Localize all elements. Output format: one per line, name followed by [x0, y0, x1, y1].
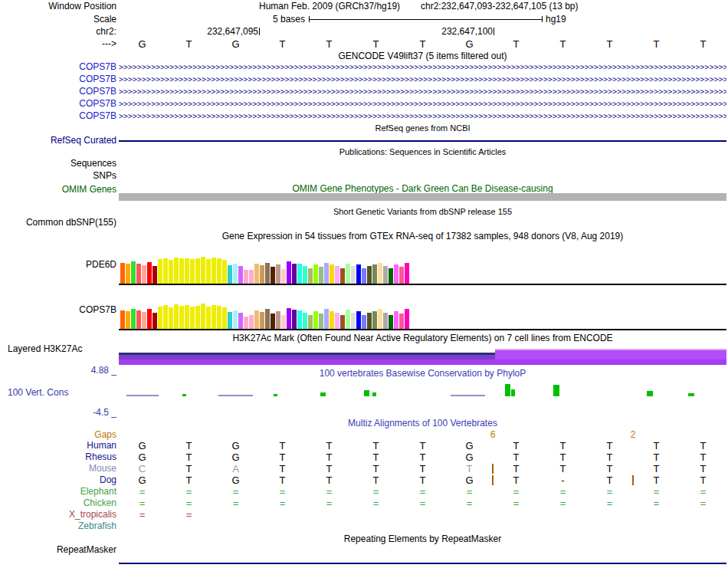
ruler-base[interactable]: T [493, 38, 539, 50]
gencode-transcript-1[interactable]: >>>>>>>>>>>>>>>>>>>>>>>>>>>>>>>>>>>>>>>>… [119, 63, 726, 72]
align-base[interactable]: = [539, 486, 586, 497]
gtex-bar[interactable] [319, 314, 323, 329]
conservation-mark[interactable] [647, 391, 653, 396]
gtex-bar[interactable] [399, 314, 404, 329]
align-base[interactable]: = [259, 486, 306, 497]
align-base[interactable]: T [539, 451, 586, 463]
gtex-bar[interactable] [303, 313, 307, 329]
ruler-base[interactable]: T [633, 38, 680, 50]
align-base[interactable]: G [119, 474, 166, 486]
align-base[interactable]: T [306, 451, 353, 463]
species-label-chicken[interactable]: Chicken [0, 497, 116, 508]
ruler-base[interactable]: T [353, 38, 399, 50]
align-base[interactable]: T [166, 440, 212, 451]
gene-label-cops7b[interactable]: COPS7B [0, 61, 116, 72]
gtex-gene-model-line-cops7b[interactable] [119, 329, 726, 330]
align-base[interactable]: T [586, 474, 633, 486]
gtex-bar[interactable] [163, 258, 168, 284]
gene-label-cops7b[interactable]: COPS7B [0, 74, 116, 84]
align-base[interactable]: T [166, 451, 212, 463]
align-base[interactable]: T [493, 463, 539, 474]
gtex-bar[interactable] [405, 309, 409, 329]
gtex-bar[interactable] [308, 268, 313, 284]
gtex-bar[interactable] [287, 261, 291, 284]
gtex-bar[interactable] [313, 311, 318, 329]
align-base[interactable]: = [166, 497, 212, 509]
gtex-bar[interactable] [201, 257, 205, 284]
gtex-bar[interactable] [136, 310, 141, 329]
gtex-gene-model-line-pde6d[interactable] [119, 284, 726, 285]
align-base[interactable]: C [119, 463, 166, 474]
ruler-base[interactable]: T [306, 38, 353, 50]
gtex-bar[interactable] [152, 313, 157, 329]
species-label-rhesus[interactable]: Rhesus [0, 451, 116, 462]
gtex-bar[interactable] [222, 307, 227, 329]
align-base[interactable]: T [633, 451, 680, 463]
repeatmasker-track-line[interactable] [119, 563, 726, 564]
gtex-bar[interactable] [389, 315, 393, 329]
ucsc-genome-browser-image[interactable]: Window Position Human Feb. 2009 (GRCh37/… [0, 0, 728, 568]
align-base[interactable]: T [259, 474, 306, 486]
align-base[interactable]: T [680, 440, 726, 451]
track-label-sequences[interactable]: Sequences [0, 158, 116, 169]
align-base[interactable]: = [446, 486, 493, 497]
gtex-bar[interactable] [212, 258, 216, 284]
align-base[interactable]: = [212, 486, 259, 497]
align-base[interactable]: = [353, 486, 399, 497]
gtex-bar[interactable] [313, 264, 318, 284]
gtex-bar[interactable] [163, 305, 168, 329]
gtex-bar[interactable] [195, 306, 200, 329]
conservation-mark[interactable] [364, 390, 369, 396]
gtex-bar[interactable] [319, 267, 323, 284]
align-base[interactable]: T [399, 463, 446, 474]
track-label-100-vert-cons[interactable]: 100 Vert. Cons [8, 387, 68, 398]
conservation-mark[interactable] [553, 385, 559, 396]
conservation-mark[interactable] [126, 395, 159, 396]
track-label-layered-h3k27ac[interactable]: Layered H3K27Ac [8, 343, 82, 354]
align-base[interactable]: = [353, 497, 399, 509]
gtex-bar[interactable] [206, 307, 211, 329]
gtex-bar[interactable] [378, 263, 382, 284]
gencode-transcript-3[interactable]: >>>>>>>>>>>>>>>>>>>>>>>>>>>>>>>>>>>>>>>>… [119, 87, 726, 97]
align-base[interactable]: T [680, 474, 726, 486]
gtex-bar[interactable] [222, 260, 227, 284]
align-base[interactable]: T [399, 474, 446, 486]
gene-label-cops7b[interactable]: COPS7B [0, 86, 116, 97]
ruler-base[interactable]: T [166, 38, 212, 50]
align-base[interactable]: = [306, 497, 353, 509]
gtex-bar[interactable] [249, 315, 254, 329]
gtex-bar[interactable] [356, 264, 361, 284]
align-base[interactable]: = [306, 486, 353, 497]
track-label-cops7b-gtex[interactable]: COPS7B [0, 304, 116, 315]
align-base[interactable]: T [166, 463, 212, 474]
align-base[interactable]: T [680, 451, 726, 463]
gtex-bar[interactable] [367, 313, 372, 329]
align-base[interactable]: G [446, 440, 493, 451]
gtex-bar[interactable] [158, 259, 162, 284]
conservation-mark[interactable] [274, 394, 277, 396]
gtex-bar[interactable] [394, 311, 398, 329]
gtex-bar[interactable] [351, 266, 356, 284]
align-base[interactable]: T [306, 463, 353, 474]
conservation-mark[interactable] [218, 395, 253, 396]
gtex-bar[interactable] [367, 266, 372, 284]
conservation-mark[interactable] [511, 389, 515, 396]
gencode-transcript-4[interactable]: >>>>>>>>>>>>>>>>>>>>>>>>>>>>>>>>>>>>>>>>… [119, 100, 726, 109]
align-base[interactable]: T [633, 463, 680, 474]
track-label-omim-genes[interactable]: OMIM Genes [0, 184, 116, 195]
align-base[interactable]: A [212, 463, 259, 474]
gtex-bar[interactable] [147, 262, 152, 284]
gtex-bar[interactable] [228, 312, 232, 329]
track-label-snps[interactable]: SNPs [0, 170, 116, 181]
gtex-bar[interactable] [324, 309, 329, 329]
gtex-bar[interactable] [174, 304, 179, 329]
conservation-mark[interactable] [451, 395, 485, 396]
gtex-bar[interactable] [405, 263, 409, 284]
align-base[interactable]: = [212, 497, 259, 509]
align-base[interactable]: T [166, 474, 212, 486]
gtex-bar[interactable] [260, 265, 264, 284]
align-base[interactable]: = [680, 486, 726, 497]
align-base[interactable]: = [633, 497, 680, 509]
gtex-bar[interactable] [126, 264, 130, 284]
species-label-mouse[interactable]: Mouse [0, 463, 116, 474]
